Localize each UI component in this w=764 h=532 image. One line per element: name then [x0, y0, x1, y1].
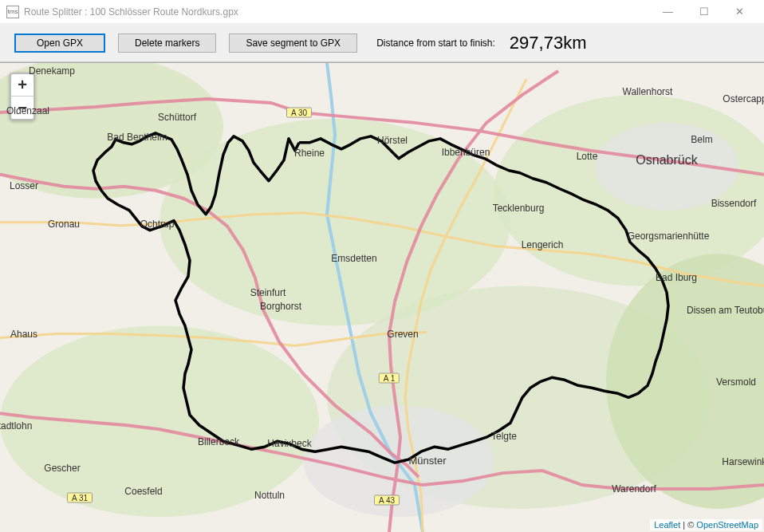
map-canvas [0, 63, 764, 532]
osm-link[interactable]: OpenStreetMap [696, 520, 758, 530]
map[interactable]: + − WallenhorstBelmOsnabrückBissendorfGe… [0, 62, 764, 532]
delete-markers-button[interactable]: Delete markers [118, 33, 216, 53]
window-controls: — ☐ ✕ [650, 0, 758, 23]
attribution-sep: | © [680, 520, 696, 530]
zoom-in-button[interactable]: + [11, 74, 33, 97]
distance-label: Distance from start to finish: [376, 37, 495, 49]
distance-value: 297,73km [510, 33, 587, 53]
save-segment-button[interactable]: Save segment to GPX [229, 33, 357, 53]
app-icon: tms [6, 6, 19, 18]
toolbar: Open GPX Delete markers Save segment to … [0, 24, 764, 62]
svg-point-5 [0, 325, 319, 517]
zoom-out-button[interactable]: − [11, 97, 33, 119]
open-gpx-button[interactable]: Open GPX [14, 33, 105, 53]
leaflet-link[interactable]: Leaflet [654, 520, 680, 530]
map-attribution: Leaflet | © OpenStreetMap [650, 519, 762, 530]
minimize-button[interactable]: — [650, 0, 686, 23]
titlebar: tms Route Splitter : 100 Schlösser Route… [0, 0, 764, 24]
window-title: Route Splitter : 100 Schlösser Route Nor… [24, 6, 650, 18]
maximize-button[interactable]: ☐ [686, 0, 722, 23]
close-button[interactable]: ✕ [722, 0, 758, 23]
zoom-control: + − [10, 73, 35, 120]
